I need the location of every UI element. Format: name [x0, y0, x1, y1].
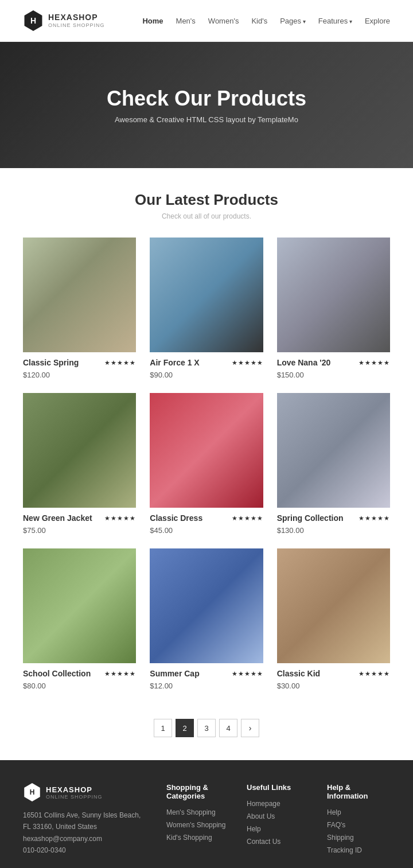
product-info: Classic Dress★★★★★ [150, 508, 263, 525]
product-info: Air Force 1 X★★★★★ [150, 352, 263, 369]
product-info: Classic Kid★★★★★ [277, 663, 390, 680]
footer-logo-hex-icon: H [23, 783, 41, 801]
footer-link-homepage[interactable]: Homepage [247, 800, 310, 808]
product-card[interactable]: Spring Collection★★★★★$130.00 [277, 393, 390, 535]
nav-explore[interactable]: Explore [365, 17, 390, 25]
brand-name: HEXASHOP [48, 13, 105, 22]
product-price: $130.00 [277, 526, 390, 535]
nav-womens[interactable]: Women's [208, 17, 239, 25]
footer-info-col: H HEXASHOP ONLINE SHOPPING 16501 Collins… [23, 783, 149, 859]
hero-subtitle: Awesome & Creative HTML CSS layout by Te… [107, 115, 306, 124]
product-info: Classic Spring★★★★★ [23, 352, 136, 369]
footer-link-faqs[interactable]: FAQ's [327, 821, 390, 829]
product-price: $75.00 [23, 526, 136, 535]
footer-address: 16501 Collins Ave, Sunny Isles Beach,FL … [23, 809, 149, 857]
logo-text: HEXASHOP ONLINE SHOPPING [48, 13, 105, 29]
product-image [277, 393, 390, 508]
logo[interactable]: H HEXASHOP ONLINE SHOPPING [23, 10, 105, 31]
product-price: $12.00 [150, 682, 263, 690]
product-card[interactable]: Air Force 1 X★★★★★$90.00 [150, 238, 263, 379]
footer-link-womens-shopping[interactable]: Women's Shopping [166, 821, 229, 829]
nav-features[interactable]: Features [318, 17, 352, 25]
page-4-button[interactable]: 4 [219, 719, 237, 737]
product-name: School Collection [23, 669, 91, 678]
nav-home[interactable]: Home [142, 17, 163, 25]
footer-brand-name: HEXASHOP [46, 785, 103, 794]
products-grid: Classic Spring★★★★★$120.00Air Force 1 X★… [0, 232, 413, 707]
footer-useful-title: Useful Links [247, 783, 310, 792]
product-name: Love Nana '20 [277, 358, 331, 367]
product-info: School Collection★★★★★ [23, 663, 136, 680]
page-3-button[interactable]: 3 [197, 719, 216, 737]
nav-mens[interactable]: Men's [176, 17, 196, 25]
product-price: $90.00 [150, 371, 263, 379]
product-name: Classic Dress [150, 513, 202, 523]
product-name: Air Force 1 X [150, 358, 199, 367]
footer-link-mens-shopping[interactable]: Men's Shopping [166, 808, 229, 816]
nav-kids[interactable]: Kid's [251, 17, 267, 25]
product-stars: ★★★★★ [104, 515, 136, 522]
footer-link-tracking[interactable]: Tracking ID [327, 846, 390, 854]
product-stars: ★★★★★ [359, 670, 390, 678]
product-card[interactable]: New Green Jacket★★★★★$75.00 [23, 393, 136, 535]
product-image [23, 238, 136, 352]
section-subtitle: Check out all of our products. [11, 212, 402, 220]
product-image [150, 238, 263, 352]
product-image [277, 238, 390, 352]
footer-shopping-title: Shopping & Categories [166, 783, 229, 800]
footer-address-text: 16501 Collins Ave, Sunny Isles Beach,FL … [23, 809, 149, 833]
product-price: $80.00 [23, 682, 136, 690]
main-nav: Home Men's Women's Kid's Pages Features … [142, 17, 390, 25]
footer-email: hexashop@company.com [23, 833, 149, 844]
product-image [23, 393, 136, 508]
product-price: $120.00 [23, 371, 136, 379]
footer-brand-text: HEXASHOP ONLINE SHOPPING [46, 785, 103, 800]
product-name: Classic Spring [23, 358, 79, 367]
product-image [23, 548, 136, 663]
footer-top: H HEXASHOP ONLINE SHOPPING 16501 Collins… [23, 783, 390, 868]
product-name: New Green Jacket [23, 513, 92, 523]
hero-title: Check Our Products [107, 87, 306, 111]
logo-hex-icon: H [23, 10, 44, 31]
site-header: H HEXASHOP ONLINE SHOPPING Home Men's Wo… [0, 0, 413, 42]
products-section: Our Latest Products Check out all of our… [0, 168, 413, 707]
hero-content: Check Our Products Awesome & Creative HT… [107, 87, 306, 124]
footer-link-kids-shopping[interactable]: Kid's Shopping [166, 834, 229, 842]
footer-logo: H HEXASHOP ONLINE SHOPPING [23, 783, 149, 801]
product-name: Classic Kid [277, 669, 320, 678]
product-card[interactable]: Classic Spring★★★★★$120.00 [23, 238, 136, 379]
product-card[interactable]: Summer Cap★★★★★$12.00 [150, 548, 263, 690]
pagination: 1 2 3 4 › [0, 707, 413, 760]
product-name: Spring Collection [277, 513, 344, 523]
footer-help-col: Help & Information Help FAQ's Shipping T… [327, 783, 390, 859]
footer-link-contact[interactable]: Contact Us [247, 838, 310, 846]
next-page-button[interactable]: › [241, 719, 259, 737]
product-card[interactable]: Love Nana '20★★★★★$150.00 [277, 238, 390, 379]
product-price: $45.00 [150, 526, 263, 535]
product-name: Summer Cap [150, 669, 199, 678]
product-stars: ★★★★★ [359, 359, 390, 367]
nav-pages[interactable]: Pages [280, 17, 306, 25]
footer-phone: 010-020-0340 [23, 844, 149, 856]
footer-link-help[interactable]: Help [247, 825, 310, 833]
section-title-block: Our Latest Products Check out all of our… [0, 168, 413, 232]
footer-brand-sub: ONLINE SHOPPING [46, 794, 103, 800]
site-footer: H HEXASHOP ONLINE SHOPPING 16501 Collins… [0, 760, 413, 868]
footer-shopping-col: Shopping & Categories Men's Shopping Wom… [166, 783, 229, 859]
footer-useful-col: Useful Links Homepage About Us Help Cont… [247, 783, 310, 859]
section-heading: Our Latest Products [11, 191, 402, 209]
product-stars: ★★★★★ [104, 359, 136, 367]
page-2-button[interactable]: 2 [176, 719, 194, 737]
product-price: $150.00 [277, 371, 390, 379]
product-stars: ★★★★★ [359, 515, 390, 522]
product-image [150, 548, 263, 663]
product-card[interactable]: School Collection★★★★★$80.00 [23, 548, 136, 690]
product-price: $30.00 [277, 682, 390, 690]
product-card[interactable]: Classic Kid★★★★★$30.00 [277, 548, 390, 690]
footer-link-help2[interactable]: Help [327, 808, 390, 816]
product-info: New Green Jacket★★★★★ [23, 508, 136, 525]
product-card[interactable]: Classic Dress★★★★★$45.00 [150, 393, 263, 535]
footer-link-about[interactable]: About Us [247, 812, 310, 820]
footer-link-shipping[interactable]: Shipping [327, 834, 390, 842]
page-1-button[interactable]: 1 [154, 719, 172, 737]
